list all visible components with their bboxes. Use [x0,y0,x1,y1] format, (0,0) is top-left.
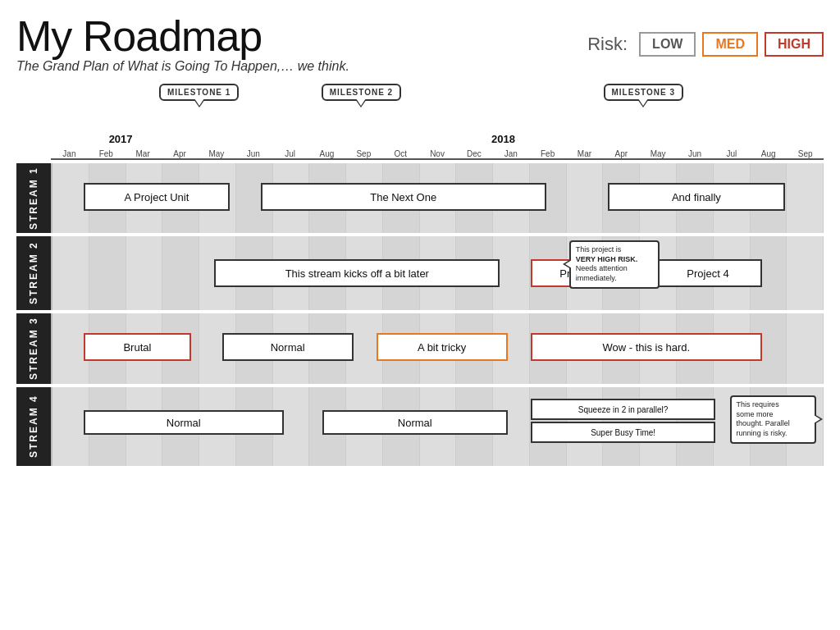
task-s1-next-one: The Next One [261,183,546,211]
header: My Roadmap The Grand Plan of What is Goi… [16,15,824,74]
task-s3-brutal: Brutal [84,333,192,361]
month-jan-17: Jan [51,149,88,158]
month-jul-18: Jul [713,149,750,158]
months-row: Jan Feb Mar Apr May Jun Jul Aug Sep Oct … [51,149,824,160]
month-may-17: May [198,149,235,158]
risk-high-badge: HIGH [765,32,824,57]
milestone-3: MILESTONE 3 [604,84,684,101]
month-sep-18: Sep [787,149,824,158]
month-feb-18: Feb [529,149,566,158]
milestone-1: MILESTONE 1 [159,84,240,101]
year-2017: 2017 [109,133,133,145]
risk-legend: Risk: LOW MED HIGH [587,32,824,57]
month-apr-18: Apr [603,149,640,158]
stream-4-content: Normal Normal Squeeze in 2 in parallel? … [51,387,824,466]
month-jul-17: Jul [272,149,308,158]
timeline-area: MILESTONE 1 MILESTONE 2 MILESTONE 3 2017… [16,82,824,466]
month-nov-17: Nov [419,149,456,158]
task-s3-hard: Wow - this is hard. [531,333,762,361]
task-s1-project-unit: A Project Unit [84,183,231,211]
stream-1-label: STREAM 1 [16,163,51,233]
month-may-18: May [640,149,677,158]
month-mar-17: Mar [125,149,162,158]
stream-3: STREAM 3 Brutal Normal A bit t [16,313,824,384]
task-s4-busy: Super Busy Time! [531,422,716,443]
month-apr-17: Apr [162,149,199,158]
stream-4-label: STREAM 4 [16,387,51,466]
stream-3-content: Brutal Normal A bit tricky Wow - this is… [51,313,824,384]
years-row: 2017 2018 [51,133,824,149]
month-feb-17: Feb [88,149,125,158]
tooltip-s2-risk: This project isVERY HIGH RISK.Needs atte… [569,240,660,289]
month-jun-17: Jun [235,149,272,158]
risk-low-badge: LOW [639,32,696,57]
stream-1-content: A Project Unit The Next One And finally [51,163,824,233]
header-left: My Roadmap The Grand Plan of What is Goi… [16,15,349,74]
month-sep-17: Sep [345,149,382,158]
page-subtitle: The Grand Plan of What is Going To Happe… [16,59,349,74]
stream-4: STREAM 4 Normal Normal [16,387,824,466]
month-oct-17: Oct [382,149,419,158]
month-aug-17: Aug [308,149,345,158]
task-s4-squeeze: Squeeze in 2 in parallel? [531,399,716,420]
task-s3-tricky: A bit tricky [377,333,508,361]
task-s4-normal1: Normal [84,410,284,435]
task-s1-finally: And finally [608,183,785,211]
risk-med-badge: MED [702,32,758,57]
task-s4-normal2: Normal [322,410,508,435]
stream-2-content: This stream kicks off a bit later Projec… [51,236,824,310]
risk-label: Risk: [587,34,628,55]
app: My Roadmap The Grand Plan of What is Goi… [0,0,840,630]
milestones-row: MILESTONE 1 MILESTONE 2 MILESTONE 3 [51,82,824,133]
stream-1: STREAM 1 A Project Unit [16,163,824,233]
task-s2-project4: Project 4 [654,259,762,287]
stream-3-label: STREAM 3 [16,313,51,384]
milestone-2: MILESTONE 2 [322,84,402,101]
month-dec-17: Dec [455,149,492,158]
year-2018: 2018 [491,133,515,145]
month-jun-18: Jun [677,149,714,158]
tooltip-s4-thought: This requiressome morethought. Parallelr… [730,395,816,444]
page-title: My Roadmap [16,15,349,57]
stream-2-label: STREAM 2 [16,236,51,310]
task-s3-normal: Normal [222,333,354,361]
month-mar-18: Mar [566,149,603,158]
task-s2-stream-late: This stream kicks off a bit later [214,259,500,287]
stream-2: STREAM 2 This stream kicks off a bit lat… [16,236,824,310]
month-jan-18: Jan [492,149,529,158]
month-aug-18: Aug [750,149,787,158]
